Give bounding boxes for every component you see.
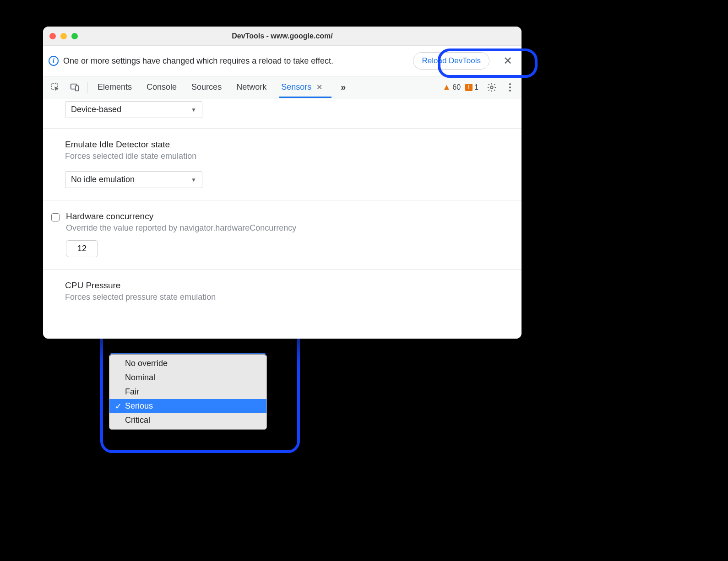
cpu-option-fair[interactable]: Fair [109,385,266,399]
more-tabs-button[interactable]: » [341,82,346,92]
tab-network[interactable]: Network [235,78,267,97]
idle-title: Emulate Idle Detector state [65,140,511,150]
window-titlebar: DevTools - www.google.com/ [43,27,522,46]
cpu-pressure-subtitle: Forces selected pressure state emulation [65,292,511,302]
tab-close-icon[interactable]: ✕ [316,83,322,91]
toolbar-right: ▲ 60 ! 1 [442,80,518,95]
concurrency-checkbox[interactable] [51,213,60,221]
sensors-panel: Device-based ▼ Emulate Idle Detector sta… [43,98,522,339]
warning-triangle-icon: ▲ [442,82,451,92]
cpu-option-no-override[interactable]: No override [109,356,266,371]
device-select-value: Device-based [71,105,121,114]
cpu-pressure-section: CPU Pressure Forces selected pressure st… [43,269,522,339]
settings-gear-icon[interactable] [483,80,500,95]
svg-rect-2 [76,86,78,91]
cpu-pressure-title: CPU Pressure [65,280,511,291]
idle-detector-section: Emulate Idle Detector state Forces selec… [43,128,522,200]
issue-flag-icon: ! [465,84,473,91]
devtools-window: DevTools - www.google.com/ i One or more… [43,27,522,339]
inspect-element-icon[interactable] [47,80,64,95]
annotation-highlight-reload [438,49,538,78]
warnings-badge[interactable]: ▲ 60 [442,82,461,92]
toolbar-divider [87,82,87,93]
concurrency-subtitle: Override the value reported by navigator… [66,223,511,233]
window-close-button[interactable] [49,33,56,39]
svg-point-6 [509,90,511,92]
cpu-option-serious[interactable]: Serious [109,399,266,413]
device-toolbar-icon[interactable] [66,80,83,95]
concurrency-value-input[interactable]: 12 [66,240,98,257]
device-section: Device-based ▼ [43,98,522,128]
cpu-pressure-dropdown[interactable]: No override Nominal Fair Serious Critica… [109,354,267,430]
tab-console[interactable]: Console [146,78,178,97]
info-icon: i [49,56,59,66]
tab-elements[interactable]: Elements [97,78,133,97]
svg-point-5 [509,86,511,88]
hardware-concurrency-section: Hardware concurrency Override the value … [43,200,522,269]
tab-sources[interactable]: Sources [190,78,223,97]
cpu-option-nominal[interactable]: Nominal [109,371,266,385]
traffic-lights [49,33,78,39]
svg-point-3 [490,86,493,89]
caret-down-icon: ▼ [191,107,196,113]
issues-count: 1 [474,83,478,92]
idle-subtitle: Forces selected idle state emulation [65,151,511,161]
window-title: DevTools - www.google.com/ [43,32,522,40]
device-orientation-select[interactable]: Device-based ▼ [65,101,202,118]
window-minimize-button[interactable] [60,33,67,39]
warnings-count: 60 [452,83,461,92]
issues-badge[interactable]: ! 1 [465,83,478,92]
cpu-option-critical[interactable]: Critical [109,413,266,427]
devtools-tabbar: Elements Console Sources Network Sensors… [43,76,522,98]
svg-point-4 [509,83,511,85]
tab-sensors[interactable]: Sensors ✕ [280,78,323,97]
caret-down-icon: ▼ [191,177,196,183]
concurrency-title: Hardware concurrency [66,211,511,221]
tab-list: Elements Console Sources Network Sensors… [97,78,440,97]
idle-emulation-select[interactable]: No idle emulation ▼ [65,171,202,188]
tab-sensors-label: Sensors [281,82,311,92]
window-maximize-button[interactable] [71,33,78,39]
idle-select-value: No idle emulation [71,175,135,184]
notice-text: One or more settings have changed which … [63,56,408,66]
more-menu-kebab-icon[interactable] [505,80,515,95]
